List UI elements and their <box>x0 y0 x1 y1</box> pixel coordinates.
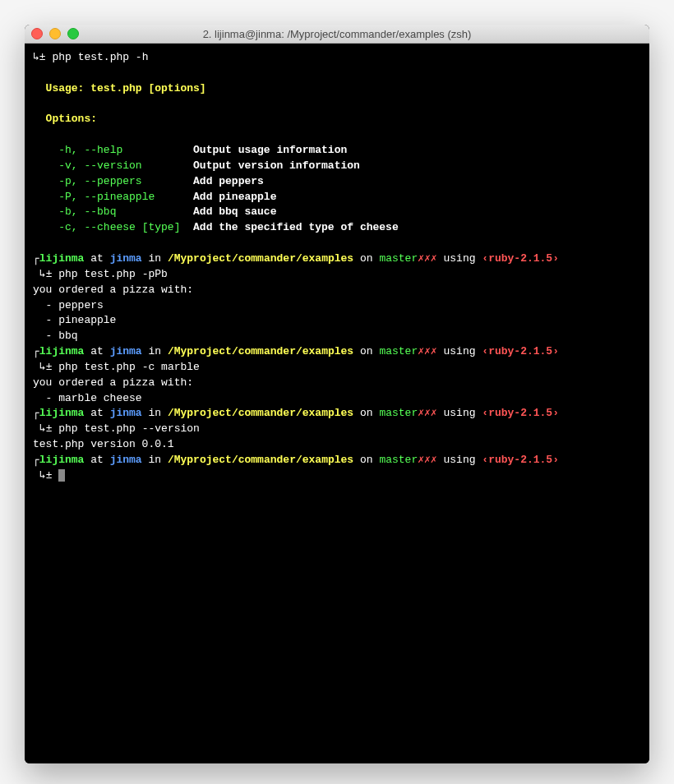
prompt-in: in <box>148 345 161 357</box>
window-title: 2. lijinma@jinma: /Myproject/commander/e… <box>25 28 649 40</box>
dirty-icon: ✗✗✗ <box>418 454 436 466</box>
dirty-icon: ✗✗✗ <box>418 252 436 265</box>
command-line: php test.php -pPb <box>58 268 168 280</box>
option-desc: Add the specified type of cheese <box>193 221 399 233</box>
prompt-symbol: ↳± <box>39 422 53 435</box>
prompt-using: using <box>444 454 476 466</box>
traffic-lights <box>31 28 79 39</box>
prompt-user: lijinma <box>39 252 85 265</box>
minimize-icon[interactable] <box>49 28 61 39</box>
prompt-host: jinma <box>110 407 142 419</box>
command-line: php test.php -h <box>52 51 148 63</box>
output-item: - peppers <box>33 299 104 311</box>
prompt-host: jinma <box>110 454 142 466</box>
dirty-icon: ✗✗✗ <box>418 407 436 419</box>
option-desc: Add bbq sauce <box>193 205 276 218</box>
prompt-at: at <box>90 345 104 357</box>
output-line: you ordered a pizza with: <box>33 376 193 389</box>
output-line: you ordered a pizza with: <box>33 284 193 296</box>
options-list: -h, --help Output usage information -v, … <box>33 144 399 233</box>
output-list: - peppers - pineapple - bbq <box>33 299 116 343</box>
prompt-symbol: ↳± <box>39 361 53 373</box>
command-line: php test.php --version <box>58 422 200 435</box>
shell-prompt: ┌lijinma at jinma in /Myproject/commande… <box>33 252 559 265</box>
output-item: - bbq <box>33 330 78 342</box>
prompt-at: at <box>90 252 104 265</box>
prompt-path: /Myproject/commander/examples <box>168 454 353 466</box>
option-flag: -c, --cheese [type] <box>58 221 193 233</box>
option-desc: Output usage information <box>193 144 347 156</box>
prompt-on: on <box>360 407 373 419</box>
prompt-on: on <box>360 345 373 357</box>
options-label: Options: <box>46 113 97 125</box>
prompt-on: on <box>360 252 373 265</box>
prompt-in: in <box>148 407 161 419</box>
titlebar[interactable]: 2. lijinma@jinma: /Myproject/commander/e… <box>25 25 649 44</box>
close-icon[interactable] <box>31 28 43 39</box>
prompt-using: using <box>444 345 476 357</box>
prompt-branch: master <box>379 345 418 357</box>
prompt-on: on <box>360 454 373 466</box>
option-flag: -v, --version <box>58 159 193 172</box>
prompt-branch: master <box>379 454 418 466</box>
prompt-path: /Myproject/commander/examples <box>168 345 353 357</box>
usage-value: test.php [options] <box>90 82 205 95</box>
option-flag: -p, --peppers <box>58 175 193 187</box>
shell-prompt: ┌lijinma at jinma in /Myproject/commande… <box>33 345 559 357</box>
prompt-symbol: ↳± <box>39 469 53 482</box>
prompt-symbol: ↳± <box>33 51 46 63</box>
prompt-path: /Myproject/commander/examples <box>168 407 353 419</box>
option-flag: -P, --pineapple <box>58 191 193 203</box>
terminal-window: 2. lijinma@jinma: /Myproject/commander/e… <box>25 25 649 763</box>
prompt-ruby: ‹ruby-2.1.5› <box>482 252 559 265</box>
option-flag: -h, --help <box>58 144 193 156</box>
shell-prompt: ┌lijinma at jinma in /Myproject/commande… <box>33 454 559 466</box>
terminal-body[interactable]: ↳± php test.php -h Usage: test.php [opti… <box>25 44 649 763</box>
prompt-user: lijinma <box>39 345 85 357</box>
prompt-using: using <box>444 252 476 265</box>
cursor-icon <box>58 469 65 482</box>
output-item: - pineapple <box>33 314 116 326</box>
option-desc: Add peppers <box>193 175 264 187</box>
prompt-user: lijinma <box>39 454 85 466</box>
prompt-using: using <box>444 407 476 419</box>
option-desc: Output version information <box>193 159 360 172</box>
prompt-ruby: ‹ruby-2.1.5› <box>482 454 559 466</box>
prompt-ruby: ‹ruby-2.1.5› <box>482 345 559 357</box>
dirty-icon: ✗✗✗ <box>418 345 436 357</box>
prompt-at: at <box>90 407 104 419</box>
output-line: test.php version 0.0.1 <box>33 438 174 450</box>
prompt-ruby: ‹ruby-2.1.5› <box>482 407 559 419</box>
shell-prompt: ┌lijinma at jinma in /Myproject/commande… <box>33 407 559 419</box>
prompt-path: /Myproject/commander/examples <box>168 252 353 265</box>
prompt-branch: master <box>379 407 418 419</box>
output-item: - marble cheese <box>33 392 142 404</box>
command-line: php test.php -c marble <box>58 361 200 373</box>
prompt-in: in <box>148 454 161 466</box>
output-list: - marble cheese <box>33 392 142 404</box>
prompt-in: in <box>148 252 161 265</box>
option-flag: -b, --bbq <box>58 205 193 218</box>
prompt-symbol: ↳± <box>39 268 53 280</box>
prompt-at: at <box>90 454 104 466</box>
prompt-host: jinma <box>110 252 142 265</box>
option-desc: Add pineapple <box>193 191 276 203</box>
zoom-icon[interactable] <box>67 28 79 39</box>
usage-label: Usage: <box>46 82 85 95</box>
prompt-host: jinma <box>110 345 142 357</box>
prompt-branch: master <box>379 252 418 265</box>
prompt-user: lijinma <box>39 407 85 419</box>
